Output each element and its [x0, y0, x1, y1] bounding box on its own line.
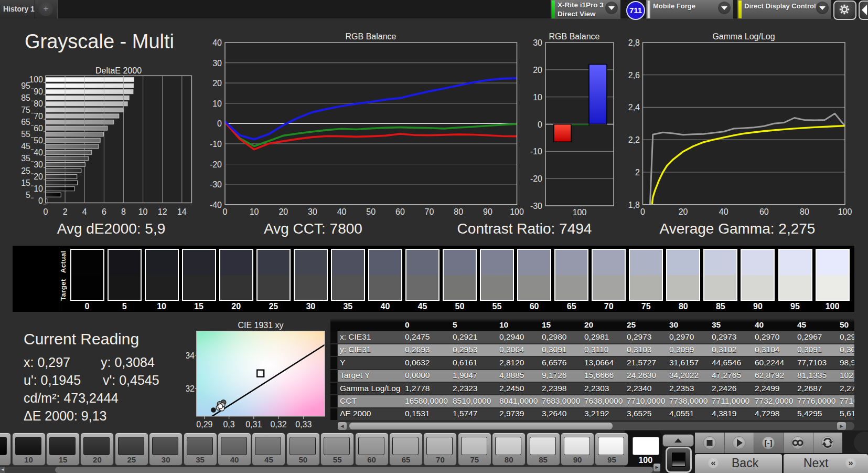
svg-text:70: 70 [34, 112, 43, 121]
svg-text:0: 0 [640, 207, 645, 216]
svg-text:40: 40 [212, 38, 222, 47]
svg-text:8: 8 [121, 207, 126, 216]
svg-text:30: 30 [34, 160, 43, 169]
svg-text:10: 10 [34, 184, 43, 193]
svg-text:100: 100 [510, 207, 524, 216]
svg-text:10: 10 [250, 207, 259, 216]
svg-text:0,32: 0,32 [186, 384, 195, 393]
svg-text:2,2: 2,2 [628, 135, 640, 144]
svg-text:30: 30 [308, 207, 317, 216]
svg-text:2,4: 2,4 [628, 103, 640, 112]
svg-text:RGB Balance: RGB Balance [346, 32, 397, 41]
svg-text:95: 95 [21, 81, 30, 90]
svg-text:40: 40 [719, 207, 728, 216]
svg-text:10: 10 [533, 93, 542, 102]
svg-text:0,3: 0,3 [223, 420, 234, 429]
svg-text:RGB Balance: RGB Balance [549, 32, 600, 41]
svg-text:100: 100 [29, 75, 43, 84]
svg-text:100: 100 [838, 207, 852, 216]
svg-text:2,6: 2,6 [628, 71, 640, 80]
svg-text:100: 100 [573, 208, 587, 217]
svg-text:60: 60 [34, 124, 43, 133]
svg-text:20: 20 [278, 207, 288, 216]
svg-text:1,8: 1,8 [628, 201, 640, 209]
svg-text:20: 20 [212, 79, 222, 88]
svg-text:Gamma Log/Log: Gamma Log/Log [712, 32, 775, 41]
svg-text:0,29: 0,29 [196, 420, 212, 429]
svg-text:60: 60 [395, 207, 405, 216]
svg-text:55: 55 [21, 130, 30, 139]
svg-text:6: 6 [102, 207, 106, 216]
svg-text:-10: -10 [530, 147, 542, 156]
svg-text:80: 80 [34, 99, 43, 108]
svg-text:20: 20 [34, 172, 43, 181]
svg-text:2: 2 [63, 207, 68, 216]
svg-text:-30: -30 [210, 180, 222, 189]
svg-text:0: 0 [217, 119, 222, 128]
svg-text:-20: -20 [210, 160, 222, 169]
svg-text:-20: -20 [530, 174, 542, 183]
svg-text:-40: -40 [210, 201, 222, 209]
svg-text:10: 10 [212, 99, 222, 108]
svg-text:10: 10 [138, 207, 148, 216]
svg-text:65: 65 [21, 118, 30, 127]
svg-text:50: 50 [34, 136, 43, 145]
svg-text:30: 30 [533, 38, 542, 47]
svg-text:35: 35 [21, 154, 30, 163]
svg-text:40: 40 [34, 148, 43, 157]
svg-text:0: 0 [538, 120, 542, 129]
svg-text:0,32: 0,32 [270, 420, 286, 429]
svg-text:85: 85 [21, 93, 30, 102]
svg-text:30: 30 [212, 59, 222, 68]
svg-text:5: 5 [26, 191, 30, 199]
svg-text:-30: -30 [530, 202, 542, 211]
svg-text:12: 12 [158, 207, 167, 216]
svg-text:0,34: 0,34 [186, 351, 195, 360]
svg-text:90: 90 [483, 207, 492, 216]
svg-text:[-]: [-] [765, 438, 773, 447]
svg-text:70: 70 [425, 207, 434, 216]
svg-text:2,8: 2,8 [628, 38, 640, 47]
svg-text:60: 60 [759, 207, 769, 216]
svg-text:0,33: 0,33 [295, 420, 312, 429]
svg-text:50: 50 [366, 207, 376, 216]
svg-text:90: 90 [34, 87, 43, 96]
svg-text:0: 0 [223, 207, 228, 216]
svg-text:45: 45 [21, 142, 30, 151]
svg-text:75: 75 [21, 106, 30, 114]
svg-text:15: 15 [21, 178, 30, 187]
svg-text:0: 0 [44, 207, 48, 216]
svg-text:DeltaE 2000: DeltaE 2000 [95, 66, 142, 75]
svg-text:80: 80 [454, 207, 463, 216]
svg-text:25: 25 [21, 166, 30, 175]
svg-text:20: 20 [533, 66, 542, 75]
svg-text:40: 40 [337, 207, 347, 216]
svg-text:CIE 1931 xy: CIE 1931 xy [238, 321, 283, 330]
svg-text:0,31: 0,31 [245, 420, 262, 429]
svg-text:80: 80 [800, 207, 809, 216]
svg-text:14: 14 [177, 207, 187, 216]
svg-text:0: 0 [38, 196, 43, 205]
svg-text:4: 4 [82, 207, 87, 216]
svg-text:20: 20 [679, 207, 688, 216]
svg-text:2: 2 [635, 168, 640, 177]
svg-text:-10: -10 [210, 140, 222, 149]
